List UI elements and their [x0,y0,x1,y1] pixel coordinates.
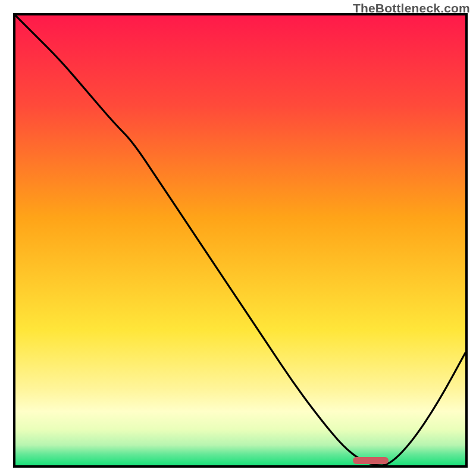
optimal-range-marker [353,457,389,464]
chart-svg [15,15,465,465]
plot-area [15,15,465,465]
watermark-text: TheBottleneck.com [353,1,470,15]
gradient-background [15,15,465,465]
chart-frame: TheBottleneck.com [0,0,476,476]
